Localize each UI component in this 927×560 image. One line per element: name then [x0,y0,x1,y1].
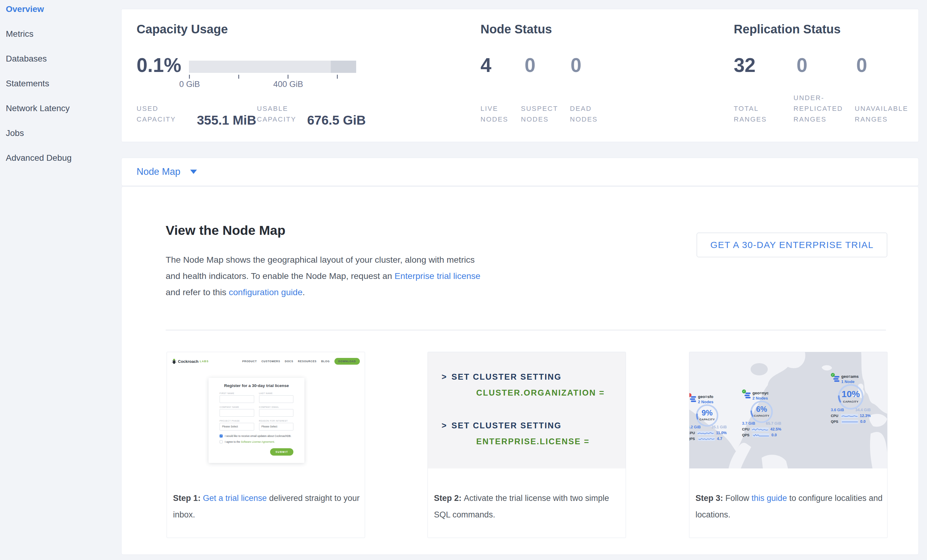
capacity-caption: CAPACITY [831,400,870,403]
sql-prompt: > [442,421,447,430]
qps-label: QPS [689,437,696,440]
field-label: PROJECT PHASE [220,420,254,422]
cluster-summary-panel: Capacity Usage 0.1% 0 GiB 400 GiB USED C… [121,9,919,142]
suspect-nodes-count: 0 [524,54,536,77]
sql-setting-license: ENTERPRISE.LICENSE = [476,437,590,446]
live-nodes-count: 4 [480,54,491,77]
capacity-bar [189,61,356,73]
cockroach-labs-logo: Cockroach LABS [172,358,209,364]
nodes-stack-icon [745,392,751,399]
cockroach-icon [172,358,176,364]
field-label: LAST NAME [259,392,294,395]
usable-capacity-value: 676.5 GiB [307,113,366,127]
cpu-label: CPU [689,431,695,435]
submit-button: SUBMIT [270,448,293,455]
locality-nyc: ✓ geo=nyc 2 Nodes 6% CAPACITY 3.7 GiB65.… [742,390,781,437]
step1-card: Cockroach LABS PRODUCT CUSTOMERS DOCS RE… [167,352,365,538]
db-console-overview-page: Overview Metrics Databases Statements Ne… [0,0,927,560]
capacity-percent: 10% [837,389,864,399]
description-text: and refer to this [166,287,229,297]
locality-name: geo=nyc [752,391,769,395]
cpu-value: 11.0% [716,431,727,435]
sidebar-item-databases[interactable]: Databases [6,54,47,64]
under-replicated-ranges-label: UNDER-REPLICATED RANGES [793,93,861,124]
field-label: COMPANY NAME [220,406,254,408]
used-capacity-label: USED CAPACITY [137,103,182,124]
qps-label: QPS [742,433,751,437]
unavailable-ranges-count: 0 [856,54,867,77]
replication-status-title: Replication Status [734,22,840,36]
company-name-field [220,409,254,417]
description-text: . [302,287,305,297]
capacity-percent: 6% [750,405,774,414]
project-phase-select: Please Select [220,423,254,431]
live-nodes-label: LIVE NODES [480,103,517,124]
view-selector-bar: Node Map [121,158,919,186]
checkbox-label: I would like to receive email updates ab… [225,434,291,437]
sidebar-item-overview[interactable]: Overview [6,4,44,14]
nav-item: CUSTOMERS [261,360,280,363]
cpu-label: CPU [831,414,839,417]
qps-value: 4.7 [717,437,722,441]
get-trial-license-link[interactable]: Get a trial license [203,493,267,503]
locality-name: geo=sfo [698,395,713,399]
field-label: FIRST NAME [220,392,254,395]
first-name-field [220,395,254,403]
under-replicated-ranges-count: 0 [796,54,808,77]
sidebar-item-metrics[interactable]: Metrics [6,29,33,39]
form-title: Register for a 30-day trial license [220,383,293,388]
sidebar: Overview Metrics Databases Statements Ne… [0,0,121,560]
step2-caption: Step 2: Activate the trial license with … [434,490,624,523]
unavailable-ranges-label: UNAVAILABLE RANGES [855,103,924,124]
nav-item: DOCS [285,360,293,363]
trial-license-form: Register for a 30-day trial license FIRS… [208,378,304,463]
step3-caption: Step 3: Follow this guide to configure l… [696,490,885,523]
nav-item: RESOURCES [298,360,317,363]
nav-item: BLOG [321,360,330,363]
get-enterprise-trial-button[interactable]: GET A 30-DAY ENTERPRISE TRIAL [697,233,887,257]
sidebar-item-advanced-debug[interactable]: Advanced Debug [6,153,71,163]
field-label: REASON FOR INTEREST [259,420,294,422]
step3-card: geo=sfo 2 Nodes 9% CAPACITY 3.2 GiB35.1 … [689,352,887,538]
this-guide-link[interactable]: this guide [752,493,787,503]
usable-capacity-label: USABLE CAPACITY [257,103,309,124]
cpu-value: 42.5% [770,427,781,431]
capacity-ring: 10% CAPACITY [837,383,864,410]
nodes-stack-icon [833,376,840,382]
capacity-caption: CAPACITY [689,417,725,421]
capacity-bar-tick [337,75,338,79]
sidebar-item-jobs[interactable]: Jobs [6,128,24,138]
step2-card: >SET CLUSTER SETTING CLUSTER.ORGANIZATIO… [427,352,626,538]
suspect-nodes-label: SUSPECT NODES [521,103,567,124]
cpu-sparkline [752,427,769,431]
last-name-field [259,395,294,403]
reason-select: Please Select [259,423,294,431]
capacity-bar-reserved-segment [331,61,356,73]
capacity-bar-tick [287,75,289,79]
enterprise-trial-license-link[interactable]: Enterprise trial license [394,271,480,281]
capacity-tick-label-0: 0 GiB [179,80,200,89]
cpu-sparkline [841,414,858,418]
sidebar-item-statements[interactable]: Statements [6,79,49,88]
chevron-down-icon[interactable] [190,170,197,174]
sql-setting-organization: CLUSTER.ORGANIZATION = [476,388,605,398]
cpu-sparkline [697,431,714,435]
software-license-link: Software License Agreement. [241,440,275,443]
page-title: View the Node Map [166,223,286,238]
configuration-guide-link[interactable]: configuration guide [229,287,302,297]
download-button: DOWNLOAD [334,358,360,365]
company-email-field [259,409,294,417]
checkbox-label: I agree to the Software License Agreemen… [225,440,275,443]
total-ranges-label: TOTAL RANGES [734,103,777,124]
logo-text: Cockroach [178,359,198,364]
sql-statement: SET CLUSTER SETTING [451,421,562,430]
node-status-title: Node Status [480,22,552,36]
sql-statement: SET CLUSTER SETTING [451,372,562,381]
view-selector-dropdown[interactable]: Node Map [137,166,180,177]
nodes-stack-icon [690,396,697,403]
capacity-percent: 9% [695,408,719,417]
node-map-promo-panel: View the Node Map The Node Map shows the… [121,187,919,555]
cpu-value: 12.3% [860,414,871,418]
sidebar-item-network-latency[interactable]: Network Latency [6,103,70,113]
qps-value: 0.0 [860,419,865,424]
